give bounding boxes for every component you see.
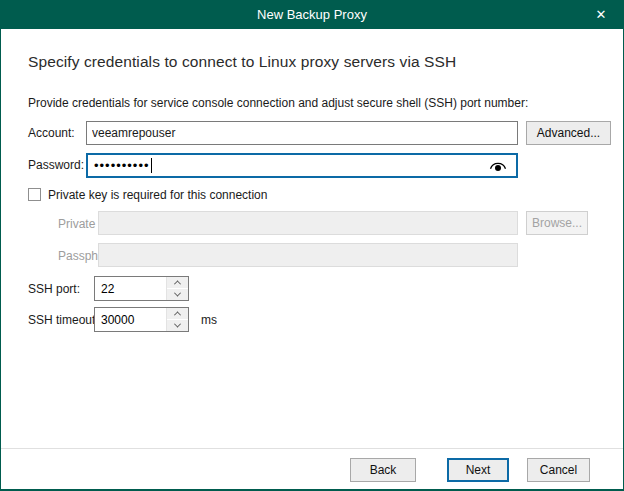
spin-down-button[interactable] <box>167 288 188 300</box>
ssh-timeout-spin-buttons <box>166 308 188 331</box>
window-title: New Backup Proxy <box>257 7 367 22</box>
password-reveal-icon[interactable] <box>488 157 508 174</box>
passphrase-input <box>98 243 518 267</box>
ssh-port-value[interactable]: 22 <box>95 277 166 300</box>
account-label: Account: <box>28 126 75 140</box>
back-button[interactable]: Back <box>350 458 416 482</box>
chevron-up-icon <box>174 311 181 318</box>
spin-up-button[interactable] <box>167 308 188 319</box>
ssh-timeout-value[interactable]: 30000 <box>95 308 166 331</box>
private-key-checkbox-label: Private key is required for this connect… <box>48 188 267 202</box>
ssh-port-spinner[interactable]: 22 <box>94 276 189 301</box>
password-label: Password: <box>28 158 84 172</box>
account-input[interactable] <box>86 121 518 145</box>
form-caption: Provide credentials for service console … <box>28 96 528 110</box>
ssh-timeout-unit: ms <box>201 313 217 327</box>
ssh-port-label: SSH port: <box>28 282 80 296</box>
footer-separator <box>1 448 624 449</box>
cancel-button-label: Cancel <box>540 463 577 477</box>
advanced-button[interactable]: Advanced... <box>526 121 611 145</box>
ssh-timeout-label: SSH timeout: <box>28 313 99 327</box>
title-bar: New Backup Proxy ✕ <box>0 0 624 29</box>
chevron-down-icon <box>174 290 181 297</box>
browse-button: Browse... <box>526 211 588 235</box>
spin-up-button[interactable] <box>167 277 188 288</box>
browse-button-label: Browse... <box>532 216 582 230</box>
next-button[interactable]: Next <box>447 458 509 482</box>
close-button[interactable]: ✕ <box>578 0 624 29</box>
close-icon: ✕ <box>596 7 607 22</box>
new-backup-proxy-dialog: New Backup Proxy ✕ Specify credentials t… <box>0 0 624 491</box>
ssh-timeout-spinner[interactable]: 30000 <box>94 307 189 332</box>
private-key-checkbox[interactable] <box>28 188 41 201</box>
chevron-down-icon <box>174 321 181 328</box>
back-button-label: Back <box>370 463 397 477</box>
advanced-button-label: Advanced... <box>537 126 600 140</box>
password-input[interactable]: •••••••••• <box>86 153 518 178</box>
spin-down-button[interactable] <box>167 319 188 331</box>
chevron-up-icon <box>174 280 181 287</box>
ssh-port-spin-buttons <box>166 277 188 300</box>
page-title: Specify credentials to connect to Linux … <box>28 53 456 71</box>
text-caret <box>151 158 152 173</box>
cancel-button[interactable]: Cancel <box>527 458 590 482</box>
password-masked-value: •••••••••• <box>94 158 150 173</box>
private-key-input <box>98 211 518 235</box>
next-button-label: Next <box>466 463 491 477</box>
